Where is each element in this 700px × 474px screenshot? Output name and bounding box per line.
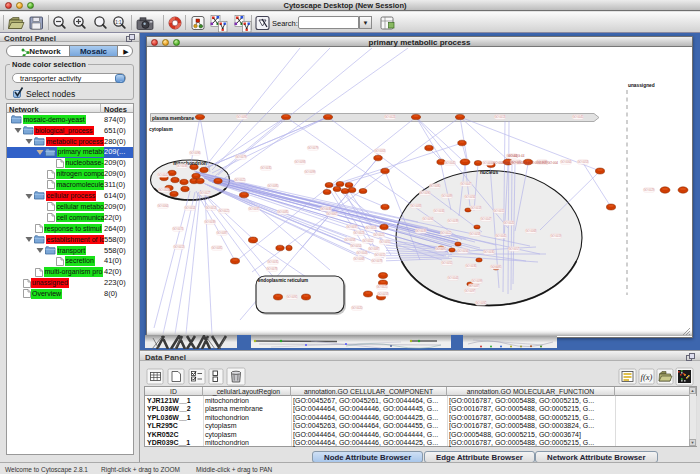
svg-text:GO:0039: GO:0039 — [448, 219, 459, 223]
svg-text:GO:0043: GO:0043 — [357, 251, 368, 255]
svg-text:GO:0035: GO:0035 — [261, 166, 272, 170]
svg-text:GO:0097: GO:0097 — [465, 289, 476, 293]
svg-text:GO:0094: GO:0094 — [423, 217, 434, 221]
svg-text:GO:0053: GO:0053 — [366, 226, 377, 230]
svg-text:GO:0063: GO:0063 — [375, 149, 386, 153]
svg-text:GO:0045: GO:0045 — [496, 234, 507, 238]
svg-text:GO:0023: GO:0023 — [159, 188, 170, 192]
svg-text:GO:0029: GO:0029 — [644, 188, 655, 192]
svg-text:GO:0037: GO:0037 — [249, 207, 260, 211]
svg-text:GO:0090: GO:0090 — [420, 191, 431, 195]
svg-text:GO:0022: GO:0022 — [363, 239, 374, 243]
svg-text:GO:0079: GO:0079 — [308, 146, 319, 150]
svg-text:GO:44(G:44: GO:44(G:44 — [508, 154, 525, 158]
svg-text:GO:0025: GO:0025 — [377, 285, 388, 289]
svg-text:plasma membrane: plasma membrane — [152, 116, 194, 121]
svg-text:GO:0078: GO:0078 — [372, 259, 383, 263]
svg-text:GO:0013: GO:0013 — [495, 115, 506, 119]
svg-text:GO:0079: GO:0079 — [236, 155, 247, 159]
svg-text:GO:0053: GO:0053 — [578, 160, 589, 164]
svg-text:GO:0023: GO:0023 — [354, 231, 365, 235]
svg-text:GO:0047: GO:0047 — [461, 182, 472, 186]
svg-text:GO:0056: GO:0056 — [465, 195, 476, 199]
svg-text:GO:0074: GO:0074 — [173, 227, 184, 231]
svg-text:GO:0099: GO:0099 — [305, 170, 316, 174]
svg-text:f(x): f(x) — [641, 372, 653, 382]
svg-text:GO:0020: GO:0020 — [352, 306, 363, 310]
svg-text:GO:0083: GO:0083 — [411, 204, 422, 208]
svg-text:GO:0057: GO:0057 — [509, 247, 520, 251]
svg-text:GO:0087: GO:0087 — [217, 231, 228, 235]
svg-text:unassigned: unassigned — [628, 83, 655, 88]
svg-text:GO:0047: GO:0047 — [481, 217, 492, 221]
svg-text:GO:0089: GO:0089 — [442, 194, 453, 198]
svg-text:1:1: 1:1 — [115, 20, 122, 25]
svg-text:GO:0021: GO:0021 — [374, 233, 385, 237]
svg-text:GO:0015: GO:0015 — [375, 253, 386, 257]
svg-text:GO:0068: GO:0068 — [526, 229, 537, 233]
svg-text:GO:0037: GO:0037 — [347, 225, 358, 229]
svg-text:GO:0091: GO:0091 — [287, 295, 298, 299]
svg-text:GO:0027: GO:0027 — [200, 191, 211, 195]
svg-text:GO:0085: GO:0085 — [268, 184, 279, 188]
svg-text:GO:0056: GO:0056 — [458, 249, 469, 253]
svg-text:GO:0034: GO:0034 — [434, 209, 445, 213]
svg-text:GO:0058: GO:0058 — [378, 292, 389, 296]
svg-text:GO:0058: GO:0058 — [470, 232, 481, 236]
svg-text:GO:0013: GO:0013 — [174, 245, 185, 249]
svg-text:GO:0020: GO:0020 — [504, 221, 515, 225]
svg-text:GO:0038: GO:0038 — [321, 207, 332, 211]
svg-text:GO:0024: GO:0024 — [385, 115, 396, 119]
svg-text:GO:0099: GO:0099 — [472, 279, 483, 283]
svg-text:endoplasmic reticulum: endoplasmic reticulum — [258, 278, 308, 283]
svg-text:GO:0058: GO:0058 — [345, 238, 356, 242]
svg-text:GO:0081: GO:0081 — [212, 246, 223, 250]
svg-text:GO:0036: GO:0036 — [466, 264, 477, 268]
svg-text:GO:0045: GO:0045 — [445, 161, 456, 165]
svg-text:GO:0055: GO:0055 — [380, 240, 391, 244]
svg-text:GO:0067: GO:0067 — [327, 212, 338, 216]
svg-text:GO:0021: GO:0021 — [235, 178, 246, 182]
svg-text:GO:0018: GO:0018 — [471, 206, 482, 210]
svg-text:GO:0044464(GO:0044464(GO:00444: GO:0044464(GO:0044464(GO:0044464(GO:004 — [493, 161, 558, 165]
svg-text:GO:0019: GO:0019 — [551, 234, 562, 238]
svg-text:nucleus: nucleus — [480, 170, 498, 175]
svg-text:GO:0087: GO:0087 — [469, 284, 480, 288]
svg-text:GO:0030: GO:0030 — [484, 250, 495, 254]
svg-text:GO:0038: GO:0038 — [177, 164, 188, 168]
svg-text:GO:0045: GO:0045 — [573, 115, 584, 119]
svg-text:GO:0078: GO:0078 — [267, 267, 278, 271]
svg-text:GO:0080: GO:0080 — [430, 184, 441, 188]
svg-text:GO:0039: GO:0039 — [205, 220, 216, 224]
svg-text:GO:0093: GO:0093 — [295, 160, 306, 164]
svg-text:GO:0055: GO:0055 — [442, 261, 453, 265]
svg-text:GO:0096: GO:0096 — [190, 151, 201, 155]
svg-text:GO:0091: GO:0091 — [436, 247, 447, 251]
svg-text:GO:0041: GO:0041 — [158, 173, 169, 177]
svg-text:GO:0095: GO:0095 — [491, 265, 502, 269]
svg-text:GO:0087: GO:0087 — [369, 247, 380, 251]
svg-text:GO:0054: GO:0054 — [351, 244, 362, 248]
svg-text:GO:0064: GO:0064 — [158, 204, 169, 208]
svg-text:GO:0092: GO:0092 — [476, 301, 487, 305]
svg-text:GO:0022: GO:0022 — [441, 231, 452, 235]
svg-text:GO:0091: GO:0091 — [237, 115, 248, 119]
svg-text:GO:0021: GO:0021 — [219, 209, 230, 213]
svg-text:GO:0014: GO:0014 — [185, 206, 196, 210]
svg-text:GO:0068: GO:0068 — [354, 257, 365, 261]
svg-text:GO:0064: GO:0064 — [561, 160, 572, 164]
svg-text:GO:0039: GO:0039 — [416, 229, 427, 233]
svg-text:cytoplasm: cytoplasm — [149, 127, 173, 132]
svg-text:GO:0015: GO:0015 — [494, 209, 505, 213]
svg-text:GO:0013: GO:0013 — [206, 206, 217, 210]
svg-text:GO:0085: GO:0085 — [278, 210, 289, 214]
svg-text:GO:0044: GO:0044 — [448, 276, 459, 280]
svg-text:GO:0031: GO:0031 — [268, 260, 279, 264]
